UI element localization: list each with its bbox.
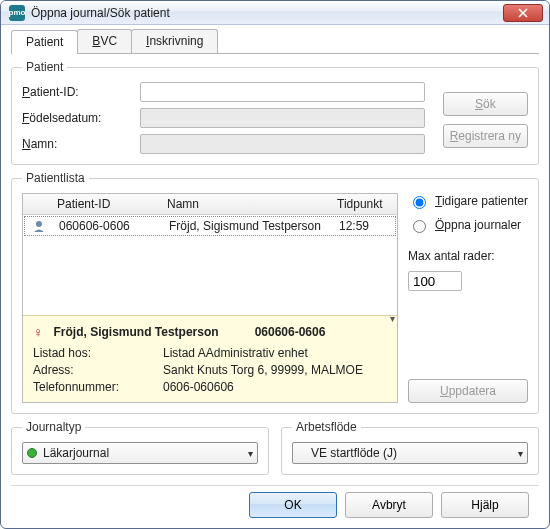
list-header: Patient-ID Namn Tidpunkt — [23, 194, 397, 215]
search-u: S — [475, 97, 483, 111]
patient-fields: Patient-ID: Födelsedatum: Namn: — [22, 82, 425, 154]
radio-open[interactable]: Öppna journaler — [408, 217, 528, 233]
max-rows-input[interactable] — [408, 271, 462, 291]
arbetsflode-selected: VE startflöde (J) — [311, 446, 397, 460]
patientlista-group: Patientlista Patient-ID Namn Tidpunkt 06… — [11, 171, 539, 414]
close-icon — [518, 8, 528, 18]
side-spacer — [408, 299, 528, 371]
label-name: Namn: — [22, 137, 132, 151]
window-title: Öppna journal/Sök patient — [31, 6, 503, 20]
arbetsflode-group: Arbetsflöde VE startflöde (J) ▾ — [281, 420, 539, 475]
radio-previous[interactable]: Tidigare patienter — [408, 193, 528, 209]
table-row[interactable]: 060606-0606 Fröjd, Sigismund Testperson … — [24, 216, 396, 236]
person-icon — [32, 219, 46, 233]
chevron-down-icon[interactable]: ▾ — [390, 313, 395, 324]
bottom-row: Journaltyp Läkarjournal ▾ Arbetsflöde VE… — [11, 420, 539, 475]
tab-bvc-u: B — [92, 34, 100, 48]
radio-previous-input[interactable] — [413, 196, 426, 209]
col-id-header[interactable]: Patient-ID — [51, 197, 161, 211]
patient-group: Patient Patient-ID: Födelsedatum: Namn: … — [11, 60, 539, 165]
register-u: R — [450, 129, 459, 143]
patient-buttons: Sök Registrera ny — [443, 92, 528, 148]
col-icon — [23, 197, 51, 211]
title-bar: pmo Öppna journal/Sök patient — [1, 1, 549, 25]
label-birth: Födelsedatum: — [22, 111, 132, 125]
patient-legend: Patient — [22, 60, 67, 74]
detail-grid: Listad hos: Listad AAdministrativ enhet … — [33, 346, 387, 394]
row-icon — [25, 219, 53, 233]
value-phone: 0606-060606 — [163, 380, 387, 394]
gender-icon: ♀ — [33, 324, 44, 340]
label-listed: Listad hos: — [33, 346, 163, 360]
tab-bvc[interactable]: BVC — [77, 29, 132, 53]
tab-patient-label: Patient — [26, 35, 63, 49]
green-dot-icon — [27, 448, 37, 458]
detail-panel: ♀ Fröjd, Sigismund Testperson 060606-060… — [23, 315, 397, 402]
update-u: U — [440, 384, 449, 398]
help-button[interactable]: Hjälp — [441, 492, 529, 518]
patientlista-legend: Patientlista — [22, 171, 89, 185]
journaltyp-combo[interactable]: Läkarjournal ▾ — [22, 442, 258, 464]
arbetsflode-combo[interactable]: VE startflöde (J) ▾ — [292, 442, 528, 464]
radio-previous-label: Tidigare patienter — [435, 194, 528, 208]
cell-id: 060606-0606 — [53, 219, 163, 233]
name-input — [140, 134, 425, 154]
col-time-header[interactable]: Tidpunkt — [331, 197, 397, 211]
max-rows-label: Max antal rader: — [408, 249, 528, 263]
radio-open-label: Öppna journaler — [435, 218, 521, 232]
cell-name: Fröjd, Sigismund Testperson — [163, 219, 333, 233]
list-empty-space — [23, 237, 397, 315]
detail-header: ♀ Fröjd, Sigismund Testperson 060606-060… — [33, 324, 387, 340]
label-phone: Telefonnummer: — [33, 380, 163, 394]
col-name-header[interactable]: Namn — [161, 197, 331, 211]
detail-pid: 060606-0606 — [255, 325, 326, 339]
svg-point-0 — [36, 221, 42, 227]
chevron-down-icon: ▾ — [248, 448, 253, 459]
patient-row: Patient-ID: Födelsedatum: Namn: Sök Regi… — [22, 82, 528, 154]
patient-id-input[interactable] — [140, 82, 425, 102]
radio-previous-u: T — [435, 194, 442, 208]
tab-strip: Patient BVC Inskrivning — [11, 29, 539, 54]
tab-inskrivning-u: I — [146, 34, 149, 48]
arbetsflode-legend: Arbetsflöde — [292, 420, 361, 434]
dialog-footer: OK Avbryt Hjälp — [11, 485, 539, 518]
dialog-window: pmo Öppna journal/Sök patient Patient BV… — [0, 0, 550, 529]
close-button[interactable] — [503, 4, 543, 22]
value-listed: Listad AAdministrativ enhet — [163, 346, 387, 360]
register-new-button[interactable]: Registrera ny — [443, 124, 528, 148]
label-birth-u: F — [22, 111, 29, 125]
patientlista-body: Patient-ID Namn Tidpunkt 060606-0606 Frö… — [22, 193, 528, 403]
birthdate-input — [140, 108, 425, 128]
journaltyp-selected: Läkarjournal — [43, 446, 109, 460]
label-patient-id-u: P — [22, 85, 30, 99]
tab-inskrivning[interactable]: Inskrivning — [131, 29, 218, 53]
radio-open-u: Ö — [435, 218, 444, 232]
ok-button[interactable]: OK — [249, 492, 337, 518]
label-patient-id: Patient-ID: — [22, 85, 132, 99]
side-panel: Tidigare patienter Öppna journaler Max a… — [408, 193, 528, 403]
client-area: Patient BVC Inskrivning Patient Patient-… — [1, 25, 549, 528]
app-icon: pmo — [9, 5, 25, 21]
tab-patient[interactable]: Patient — [11, 30, 78, 54]
cancel-button[interactable]: Avbryt — [345, 492, 433, 518]
label-name-u: N — [22, 137, 31, 151]
journaltyp-group: Journaltyp Läkarjournal ▾ — [11, 420, 269, 475]
update-button[interactable]: Uppdatera — [408, 379, 528, 403]
value-address: Sankt Knuts Torg 6, 99999, MALMOE — [163, 363, 387, 377]
detail-name: Fröjd, Sigismund Testperson — [54, 325, 219, 339]
chevron-down-icon: ▾ — [518, 448, 523, 459]
cell-time: 12:59 — [333, 219, 395, 233]
radio-open-input[interactable] — [413, 220, 426, 233]
label-address: Adress: — [33, 363, 163, 377]
patient-list[interactable]: Patient-ID Namn Tidpunkt 060606-0606 Frö… — [22, 193, 398, 403]
journaltyp-legend: Journaltyp — [22, 420, 85, 434]
search-button[interactable]: Sök — [443, 92, 528, 116]
